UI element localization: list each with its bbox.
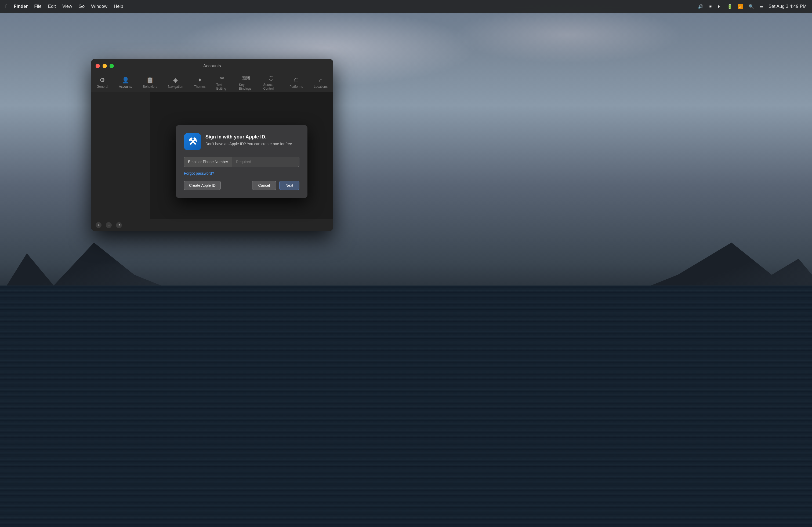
water-background [0,286,812,527]
email-form-row: Email or Phone Number [184,157,300,167]
window-titlebar: Accounts [91,59,333,73]
dialog-title-section: Sign in with your Apple ID. Don't have a… [205,133,293,147]
wifi-icon[interactable]: 📶 [738,4,743,9]
text-editing-label: Text Editing [216,83,229,90]
create-apple-id-button[interactable]: Create Apple ID [184,181,221,190]
traffic-lights [96,64,114,68]
sign-in-dialog: ⚒ Sign in with your Apple ID. Don't have… [176,125,307,198]
navigation-label: Navigation [168,85,183,89]
window-footer: + − ↺ [91,219,333,231]
navigation-icon: ◈ [173,77,178,84]
media-icon[interactable]: ⏯ [717,4,722,9]
dialog-form: Email or Phone Number [184,157,300,167]
fullscreen-button[interactable] [110,64,114,68]
clock: Sat Aug 3 4:49 PM [768,4,807,9]
menubar-view[interactable]: View [62,4,72,9]
add-account-button[interactable]: + [96,222,102,228]
accounts-main: No accounts ⚒ Sign in with your Apple ID… [150,92,333,231]
xcode-icon-symbol: ⚒ [188,136,197,147]
forgot-password-link[interactable]: Forgot password? [184,171,300,176]
menubar-finder[interactable]: Finder [14,4,28,9]
toolbar-accounts[interactable]: 👤 Accounts [119,77,132,89]
dialog-right-buttons: Cancel Next [252,181,300,190]
volume-icon[interactable]: 🔊 [698,4,703,9]
toolbar-behaviors[interactable]: 📋 Behaviors [143,77,157,89]
close-button[interactable] [96,64,100,68]
locations-label: Locations [314,85,328,89]
platforms-label: Platforms [289,85,303,89]
key-bindings-icon: ⌨ [242,75,250,82]
dialog-box: ⚒ Sign in with your Apple ID. Don't have… [176,125,307,198]
refresh-button[interactable]: ↺ [116,222,122,228]
minimize-button[interactable] [103,64,107,68]
themes-icon: ✦ [197,77,202,84]
window-toolbar: ⚙ General 👤 Accounts 📋 Behaviors ◈ Navig… [91,73,333,92]
control-center-icon[interactable]: ☰ [759,4,763,9]
bluetooth-icon[interactable]: ✴ [709,4,712,9]
behaviors-label: Behaviors [143,85,157,89]
toolbar-general[interactable]: ⚙ General [97,77,108,89]
menubar-go[interactable]: Go [79,4,85,9]
source-control-label: Source Control [263,83,279,90]
menubar-right: 🔊 ✴ ⏯ 🔋 📶 🔍 ☰ Sat Aug 3 4:49 PM [698,4,807,9]
accounts-sidebar [91,92,150,231]
dialog-title: Sign in with your Apple ID. [205,134,293,140]
toolbar-text-editing[interactable]: ✏ Text Editing [216,75,229,90]
toolbar-source-control[interactable]: ⬡ Source Control [263,75,279,90]
menubar-edit[interactable]: Edit [48,4,56,9]
dialog-subtitle: Don't have an Apple ID? You can create o… [205,141,293,147]
toolbar-navigation[interactable]: ◈ Navigation [168,77,183,89]
themes-label: Themes [194,85,205,89]
remove-account-button[interactable]: − [106,222,112,228]
window-title: Accounts [203,64,221,69]
toolbar-key-bindings[interactable]: ⌨ Key Bindings [239,75,252,90]
apple-menu[interactable]:  [5,3,7,10]
search-icon[interactable]: 🔍 [749,4,754,9]
menubar:  Finder File Edit View Go Window Help 🔊… [0,0,812,13]
menubar-file[interactable]: File [34,4,41,9]
xcode-app-icon: ⚒ [184,133,201,150]
general-icon: ⚙ [100,77,105,84]
accounts-icon: 👤 [122,77,129,84]
battery-icon[interactable]: 🔋 [727,4,733,9]
platforms-icon: ☖ [293,77,299,84]
cancel-button[interactable]: Cancel [252,181,276,190]
text-editing-icon: ✏ [220,75,225,82]
toolbar-platforms[interactable]: ☖ Platforms [289,77,303,89]
dialog-buttons: Create Apple ID Cancel Next [184,181,300,190]
general-label: General [97,85,108,89]
email-input[interactable] [232,157,299,167]
window-content: No accounts ⚒ Sign in with your Apple ID… [91,92,333,231]
source-control-icon: ⬡ [269,75,274,82]
dialog-header: ⚒ Sign in with your Apple ID. Don't have… [184,133,300,150]
menubar-left:  Finder File Edit View Go Window Help [5,3,123,10]
xcode-window: Accounts ⚙ General 👤 Accounts 📋 Behavior… [91,59,333,231]
menubar-help[interactable]: Help [114,4,123,9]
toolbar-locations[interactable]: ⌂ Locations [314,77,328,89]
accounts-label: Accounts [119,85,132,89]
key-bindings-label: Key Bindings [239,83,252,90]
toolbar-themes[interactable]: ✦ Themes [194,77,205,89]
locations-icon: ⌂ [319,77,322,84]
menubar-window[interactable]: Window [91,4,107,9]
next-button[interactable]: Next [279,181,300,190]
email-label: Email or Phone Number [184,157,232,167]
behaviors-icon: 📋 [146,77,154,84]
